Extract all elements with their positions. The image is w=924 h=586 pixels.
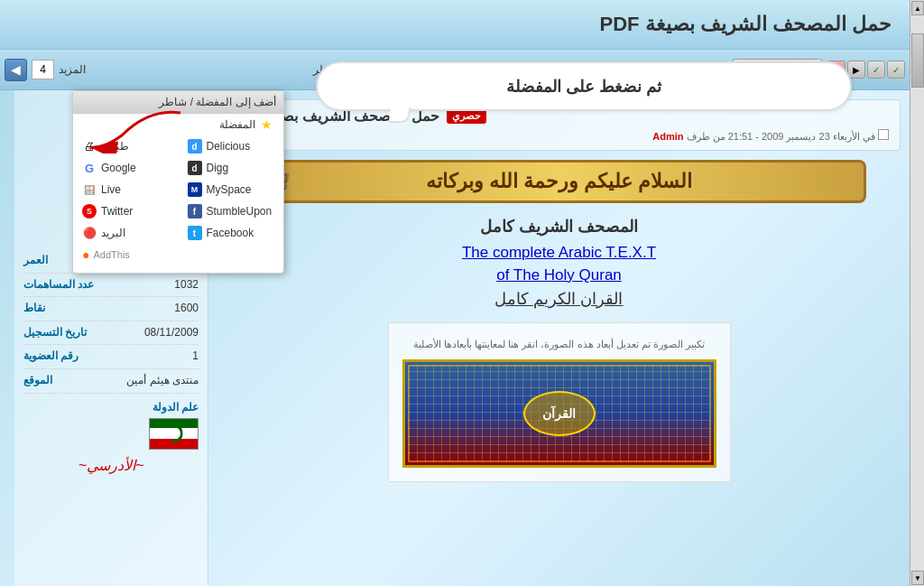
arabic-book-title: القران الكريم كامل xyxy=(217,289,901,309)
email-icon: 🔴 xyxy=(82,226,97,240)
google-icon: G xyxy=(82,161,97,175)
image-caption: تكبير الصورة تم تعديل أبعاد هذه الصورة، … xyxy=(402,337,716,352)
page-header: حمل المصحف الشريف بصيغة PDF xyxy=(0,0,910,50)
bookmark-stumbleupon[interactable]: S Twitter xyxy=(73,200,179,222)
membership-value: 1 xyxy=(192,347,199,367)
bookmark-google[interactable]: G Google xyxy=(73,157,179,179)
reg-stat: 08/11/2009 تاريخ التسجيل xyxy=(23,321,199,346)
posts-value: 1032 xyxy=(174,275,199,295)
location-stat: منتدى هيئم أمين الموقع xyxy=(23,369,199,394)
bookmark-live[interactable]: 🪟 Live xyxy=(73,179,179,200)
image-center: القرآن xyxy=(405,362,714,465)
more-label: المزيد xyxy=(59,63,86,76)
arabic-banner-bg: 🦋 السلام عليكم ورحمة الله وبركاته xyxy=(252,160,866,203)
delicious-icon: d xyxy=(188,139,202,153)
age-label: العمر xyxy=(23,251,48,271)
page-number: 4 xyxy=(32,60,54,79)
posts-stat: 1032 عدد المساهمات xyxy=(23,274,199,298)
reg-label: تاريخ التسجيل xyxy=(23,323,87,343)
nav-right-icon[interactable]: ▶ xyxy=(847,60,865,79)
post-body: المصحف الشريف كامل The complete Arabic T… xyxy=(217,217,901,482)
bookmark-myspace[interactable]: M MySpace xyxy=(179,179,284,200)
scroll-thumb[interactable] xyxy=(911,33,924,88)
tooltip-cloud: ثم نضغط على المفضلة xyxy=(316,61,852,111)
favorites-item[interactable]: ★ المفضلة xyxy=(73,114,283,135)
image-oval: القرآن xyxy=(523,391,596,436)
star-icon: ★ xyxy=(261,117,273,132)
toolbar-left: ◀ 4 المزيد xyxy=(5,59,86,81)
google-label: Google xyxy=(101,162,136,174)
addthis-label: AddThis xyxy=(93,249,129,260)
bookmark-grid: 🖨 طباعة d Delicious G Google d Digg 🪟 Li… xyxy=(73,135,283,244)
signature-arabic: ~الأدرسي~ xyxy=(79,458,144,473)
membership-label: رقم العضوية xyxy=(23,347,79,367)
facebook-icon: f xyxy=(188,204,202,219)
delicious-label: Delicious xyxy=(207,140,251,153)
live-icon: 🪟 xyxy=(82,182,97,197)
email-label: البريد xyxy=(101,227,125,239)
print-label: طباعة xyxy=(101,140,129,153)
bookmark-digg[interactable]: d Digg xyxy=(179,157,284,179)
location-label: الموقع xyxy=(23,371,52,391)
scroll-down-button[interactable]: ▼ xyxy=(911,571,924,585)
flag-section: علم الدولة xyxy=(23,401,199,450)
addthis-row: ● AddThis xyxy=(73,244,283,265)
image-section: تكبير الصورة تم تعديل أبعاد هذه الصورة، … xyxy=(388,322,731,482)
stumbleupon-icon: S xyxy=(82,204,97,219)
facebook-label: StumbleUpon xyxy=(207,205,273,218)
arabic-greeting: السلام عليكم ورحمة الله وبركاته xyxy=(426,170,692,192)
quran-link-2[interactable]: of The Holy Quran xyxy=(217,266,901,284)
twitter-label: Facebook xyxy=(207,227,254,239)
print-icon: 🖨 xyxy=(82,139,97,153)
quran-link-1[interactable]: The complete Arabic T.E.X.T xyxy=(217,244,901,262)
post-author[interactable]: Admin xyxy=(652,131,683,142)
signature-text: ~الأدرسي~ xyxy=(23,457,199,474)
scroll-up-button[interactable]: ▲ xyxy=(911,1,924,15)
meta-by: من طرف xyxy=(687,131,725,142)
myspace-icon: M xyxy=(188,182,202,197)
digg-label: Digg xyxy=(207,162,229,174)
digg-icon: d xyxy=(188,161,202,175)
bookmark-twitter[interactable]: t Facebook xyxy=(179,222,284,244)
quran-image[interactable]: القرآن xyxy=(402,359,716,468)
membership-stat: 1 رقم العضوية xyxy=(23,345,199,369)
posts-label: عدد المساهمات xyxy=(23,275,94,295)
page-title: حمل المصحف الشريف بصيغة PDF xyxy=(600,13,892,36)
points-stat: 1600 نقاط xyxy=(23,297,199,321)
myspace-label: MySpace xyxy=(207,183,252,196)
country-flag xyxy=(149,418,199,450)
reg-value: 08/11/2009 xyxy=(144,323,199,343)
points-label: نقاط xyxy=(23,299,45,319)
country-label: علم الدولة xyxy=(152,401,199,414)
post-area: حصري حمل المصحف الشريف بصيغة PDF في الأر… xyxy=(208,90,910,586)
addthis-icon: ● xyxy=(82,247,89,262)
favorites-header[interactable]: أضف إلى المفضلة / شاطر xyxy=(73,91,283,114)
nav-check-icon[interactable]: ✓ xyxy=(867,60,885,79)
bookmark-delicious[interactable]: d Delicious xyxy=(179,135,284,157)
post-body-title: المصحف الشريف كامل xyxy=(217,217,901,237)
arabic-banner: 🦋 السلام عليكم ورحمة الله وبركاته xyxy=(252,160,866,203)
tooltip-text: ثم نضغط على المفضلة xyxy=(506,77,661,97)
bookmark-facebook[interactable]: f StumbleUpon xyxy=(179,200,284,222)
post-checkbox[interactable] xyxy=(878,129,889,140)
scrollbar[interactable]: ▲ ▼ xyxy=(910,0,924,586)
favorites-dropdown[interactable]: أضف إلى المفضلة / شاطر ★ المفضلة 🖨 طباعة… xyxy=(72,90,284,274)
meta-date: في الأربعاء 23 ديسمبر 2009 - 21:51 xyxy=(728,131,875,142)
favorites-label: المفضلة xyxy=(219,118,255,131)
prev-page-button[interactable]: ◀ xyxy=(5,59,27,81)
flag-white-stripe xyxy=(150,428,198,438)
signature-section: ~الأدرسي~ xyxy=(23,457,199,474)
nav-down-icon[interactable]: ✓ xyxy=(887,60,905,79)
stumbleupon-label: Twitter xyxy=(101,205,133,218)
post-meta: في الأربعاء 23 ديسمبر 2009 - 21:51 من طر… xyxy=(229,129,889,143)
live-label: Live xyxy=(101,183,121,196)
location-value: منتدى هيئم أمين xyxy=(126,371,199,391)
bookmark-print[interactable]: 🖨 طباعة xyxy=(73,135,179,157)
twitter-icon: t xyxy=(188,226,202,240)
points-value: 1600 xyxy=(174,299,199,319)
bookmark-email[interactable]: 🔴 البريد xyxy=(73,222,179,244)
